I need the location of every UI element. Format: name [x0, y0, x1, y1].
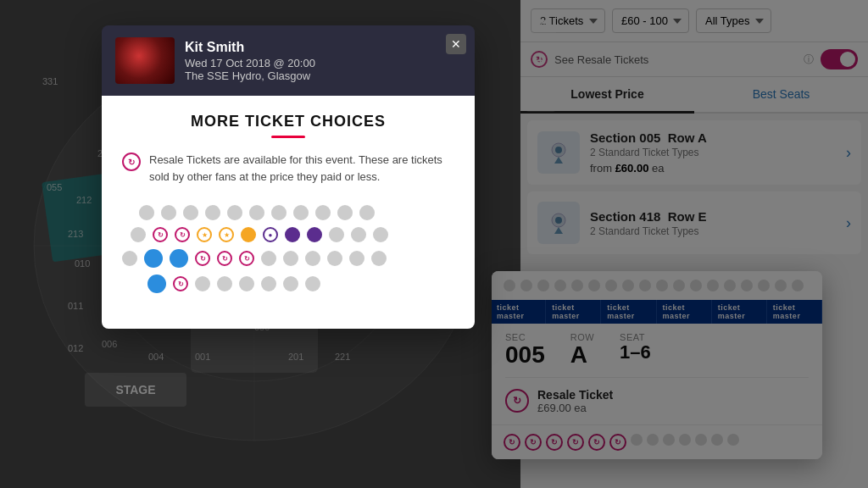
seat-dot-resale: ↻ [175, 227, 190, 242]
event-thumbnail [115, 37, 175, 84]
seat-dot [122, 251, 137, 266]
seat-dot [359, 205, 375, 220]
seat-dot-resale: ↻ [153, 227, 168, 242]
seat-dot [205, 205, 220, 220]
event-date: Wed 17 Oct 2018 @ 20:00 [185, 57, 461, 69]
seat-dot [271, 205, 287, 220]
seat-dot [351, 227, 366, 242]
seat-dot-purple: ● [263, 227, 278, 242]
seat-dot [195, 276, 210, 291]
seat-dot [337, 205, 353, 220]
seat-dot [249, 205, 264, 220]
seat-dot [261, 276, 276, 291]
seat-dot-resale: ↻ [173, 276, 188, 291]
modal-event-info: Kit Smith Wed 17 Oct 2018 @ 20:00 The SS… [185, 40, 461, 82]
seat-dot [227, 205, 242, 220]
event-name: Kit Smith [185, 40, 461, 55]
seat-dot [305, 251, 320, 266]
title-underline [271, 136, 305, 138]
seat-dot-resale: ↻ [195, 251, 210, 266]
seat-dot [349, 251, 364, 266]
seat-dot [285, 227, 300, 242]
seat-dot [131, 227, 146, 242]
modal-title: MORE TICKET CHOICES [122, 113, 454, 130]
resale-notice-text: Resale Tickets are available for this ev… [149, 152, 454, 185]
seat-dot [217, 276, 232, 291]
seat-dot [239, 276, 254, 291]
seat-dot [307, 227, 322, 242]
seats-visualization: ↻ ↻ ★ ★ ● ↻ ↻ [122, 202, 454, 312]
seat-dot [315, 205, 331, 220]
seat-dot-blue-large [170, 249, 188, 268]
seat-dot [139, 205, 154, 220]
seat-dot-resale: ↻ [239, 251, 254, 266]
seat-dot [241, 227, 256, 242]
seat-dot [329, 227, 344, 242]
event-venue: The SSE Hydro, Glasgow [185, 69, 461, 82]
resale-notice-icon: ↻ [122, 152, 141, 171]
modal-body: MORE TICKET CHOICES ↻ Resale Tickets are… [102, 96, 475, 329]
modal-header: Kit Smith Wed 17 Oct 2018 @ 20:00 The SS… [102, 25, 475, 96]
seat-dot-blue [147, 274, 166, 293]
resale-notice: ↻ Resale Tickets are available for this … [122, 152, 454, 185]
seat-dot-resale: ↻ [217, 251, 232, 266]
seat-dot-star: ★ [219, 227, 234, 242]
seat-dot [161, 205, 176, 220]
close-button[interactable]: ✕ [446, 34, 466, 54]
seat-dot [371, 251, 387, 266]
seat-dot [293, 205, 309, 220]
seat-dot [261, 251, 276, 266]
thumbnail-image [115, 37, 175, 84]
seat-dot [283, 251, 298, 266]
seat-dot-star: ★ [197, 227, 212, 242]
seat-dot [373, 227, 388, 242]
seat-dot [327, 251, 342, 266]
seat-dot-blue-large [144, 249, 163, 268]
seat-dot [305, 276, 320, 291]
seat-dot [283, 276, 298, 291]
modal: Kit Smith Wed 17 Oct 2018 @ 20:00 The SS… [102, 25, 475, 329]
seat-dot [183, 205, 198, 220]
